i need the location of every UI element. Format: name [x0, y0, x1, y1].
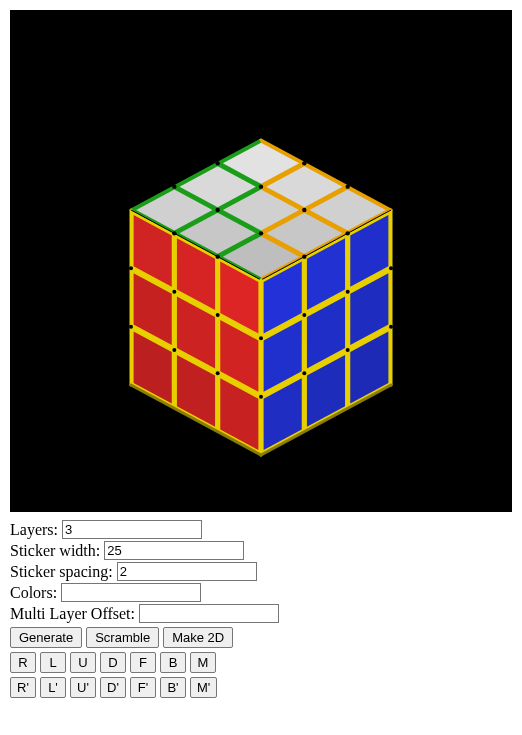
controls-panel: Layers: Sticker width: Sticker spacing: … [0, 516, 522, 712]
make-2d-button[interactable]: Make 2D [163, 627, 233, 648]
sticker-width-label: Sticker width: [10, 542, 100, 560]
multi-layer-offset-label: Multi Layer Offset: [10, 605, 135, 623]
svg-point-62 [216, 371, 220, 375]
scramble-button[interactable]: Scramble [86, 627, 159, 648]
move-m-button[interactable]: M [190, 652, 216, 673]
svg-point-60 [129, 325, 133, 329]
sticker-spacing-input[interactable] [117, 562, 257, 581]
svg-point-47 [345, 184, 349, 188]
svg-point-63 [259, 395, 263, 399]
move-u-button[interactable]: U [70, 652, 96, 673]
svg-point-46 [172, 231, 176, 235]
svg-point-54 [172, 290, 176, 294]
svg-point-49 [259, 231, 263, 235]
move-fp-button[interactable]: F' [130, 677, 156, 698]
svg-point-57 [302, 313, 306, 317]
move-mp-button[interactable]: M' [190, 677, 217, 698]
svg-point-51 [345, 231, 349, 235]
svg-point-56 [259, 336, 263, 340]
move-l-button[interactable]: L [40, 652, 66, 673]
svg-point-50 [215, 254, 219, 258]
colors-input[interactable] [61, 583, 201, 602]
svg-point-42 [172, 184, 176, 188]
move-lp-button[interactable]: L' [40, 677, 66, 698]
generate-button[interactable]: Generate [10, 627, 82, 648]
layers-input[interactable] [62, 520, 202, 539]
move-up-button[interactable]: U' [70, 677, 96, 698]
svg-point-43 [302, 161, 306, 165]
multi-layer-offset-input[interactable] [139, 604, 279, 623]
svg-point-41 [215, 161, 219, 165]
svg-point-58 [346, 290, 350, 294]
svg-point-59 [389, 266, 393, 270]
svg-point-52 [302, 254, 306, 258]
move-r-button[interactable]: R [10, 652, 36, 673]
rubiks-cube-render [10, 10, 512, 512]
move-dp-button[interactable]: D' [100, 677, 126, 698]
svg-point-65 [346, 348, 350, 352]
move-f-button[interactable]: F [130, 652, 156, 673]
colors-label: Colors: [10, 584, 57, 602]
move-d-button[interactable]: D [100, 652, 126, 673]
svg-point-64 [302, 371, 306, 375]
svg-point-44 [259, 184, 263, 188]
move-rp-button[interactable]: R' [10, 677, 36, 698]
svg-point-55 [216, 313, 220, 317]
cube-canvas[interactable] [10, 10, 512, 512]
layers-label: Layers: [10, 521, 58, 539]
move-bp-button[interactable]: B' [160, 677, 186, 698]
svg-point-45 [215, 208, 219, 212]
svg-point-61 [172, 348, 176, 352]
svg-point-53 [129, 266, 133, 270]
move-b-button[interactable]: B [160, 652, 186, 673]
svg-point-48 [302, 208, 306, 212]
sticker-spacing-label: Sticker spacing: [10, 563, 113, 581]
sticker-width-input[interactable] [104, 541, 244, 560]
svg-point-66 [389, 325, 393, 329]
